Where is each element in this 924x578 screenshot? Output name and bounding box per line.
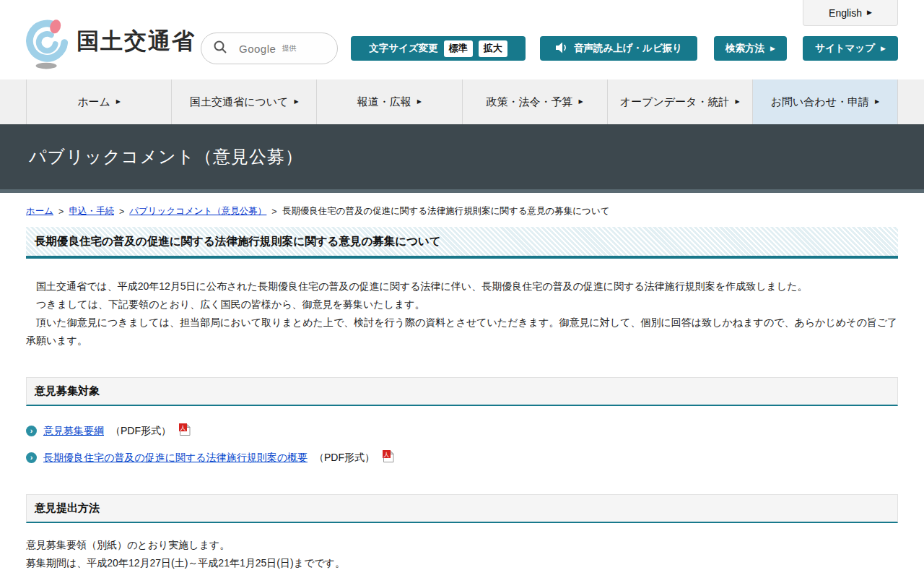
nav-item-label: お問い合わせ・申請 — [771, 95, 869, 109]
pdf-link-gaiyo[interactable]: 長期優良住宅の普及の促進に関する法律施行規則案の概要 — [43, 452, 308, 465]
font-size-standard-button[interactable]: 標準 — [444, 40, 473, 57]
article-heading: 長期優良住宅の普及の促進に関する法律施行規則案に関する意見の募集について — [26, 227, 898, 259]
tts-button[interactable]: 音声読み上げ・ルビ振り — [540, 36, 697, 61]
breadcrumb-link-procedures[interactable]: 申込・手続 — [69, 205, 114, 217]
list-item: › 長期優良住宅の普及の促進に関する法律施行規則案の概要 （PDF形式） 人 — [26, 450, 898, 465]
nav-item-contact[interactable]: お問い合わせ・申請 ▶ — [752, 79, 898, 124]
arrow-right-icon: ▶ — [579, 99, 583, 105]
font-size-label: 文字サイズ変更 — [369, 42, 437, 55]
breadcrumb-separator: > — [271, 207, 276, 217]
nav-item-policy[interactable]: 政策・法令・予算 ▶ — [462, 79, 607, 124]
article-paragraph: 国土交通省では、平成20年12月5日に公布された長期優良住宅の普及の促進に関する… — [26, 277, 898, 296]
svg-text:人: 人 — [180, 425, 186, 431]
english-button-label: English — [829, 7, 862, 19]
page-title-band: パブリックコメント（意見公募） — [0, 124, 924, 193]
section-heading-method: 意見提出方法 — [26, 494, 898, 523]
chevron-right-icon: › — [26, 426, 37, 436]
page-title: パブリックコメント（意見公募） — [29, 145, 303, 168]
breadcrumb-link-home[interactable]: ホーム — [26, 205, 53, 217]
arrow-right-icon: ▶ — [294, 99, 298, 105]
arrow-right-icon: ▶ — [875, 99, 879, 105]
mlit-logo[interactable]: 国土交通省 — [26, 17, 196, 74]
pdf-icon: 人 — [179, 423, 191, 439]
pdf-icon: 人 — [383, 450, 394, 465]
site-header: English ▶ 国土交通省 Google 提供 文字サイズ変更 標準 拡大 — [0, 0, 924, 79]
site-name: 国土交通省 — [77, 26, 196, 56]
pdf-format-label: （PDF形式） — [110, 425, 171, 438]
document-link-list: › 意見募集要綱 （PDF形式） 人 › 長期優良住宅の普及の促進に関する法律施… — [26, 423, 898, 465]
global-nav: ホーム ▶ 国土交通省について ▶ 報道・広報 ▶ 政策・法令・予算 ▶ オープ… — [0, 79, 924, 124]
nav-item-label: オープンデータ・統計 — [620, 95, 730, 109]
arrow-right-icon: ▶ — [770, 46, 775, 52]
search-provider-label: Google — [239, 43, 276, 55]
list-item: › 意見募集要綱 （PDF形式） 人 — [26, 423, 898, 439]
font-size-enlarge-button[interactable]: 拡大 — [479, 40, 507, 57]
nav-item-label: 国土交通省について — [190, 95, 288, 109]
search-provided-by-label: 提供 — [282, 43, 296, 53]
arrow-right-icon: ▶ — [736, 99, 740, 105]
sitemap-label: サイトマップ — [815, 42, 875, 55]
section-line: 意見募集要領（別紙）のとおり実施します。 — [26, 536, 898, 554]
article-body: 国土交通省では、平成20年12月5日に公布された長期優良住宅の普及の促進に関する… — [26, 277, 898, 350]
breadcrumb-separator: > — [119, 207, 124, 217]
arrow-right-icon: ▶ — [867, 9, 872, 16]
nav-item-label: 報道・広報 — [357, 95, 411, 109]
nav-item-home[interactable]: ホーム ▶ — [26, 79, 171, 124]
pdf-format-label: （PDF形式） — [314, 452, 375, 465]
breadcrumb: ホーム > 申込・手続 > パブリックコメント（意見公募） > 長期優良住宅の普… — [26, 205, 898, 217]
arrow-right-icon: ▶ — [417, 99, 422, 105]
breadcrumb-current: 長期優良住宅の普及の促進に関する法律施行規則案に関する意見の募集について — [282, 205, 610, 217]
arrow-right-icon: ▶ — [116, 99, 121, 105]
section-body: 意見募集要領（別紙）のとおり実施します。 募集期間は、平成20年12月27日(土… — [26, 536, 898, 572]
search-method-button[interactable]: 検索方法 ▶ — [714, 36, 787, 61]
nav-item-press[interactable]: 報道・広報 ▶ — [316, 79, 461, 124]
pdf-link-yoko[interactable]: 意見募集要綱 — [43, 425, 104, 438]
arrow-right-icon: ▶ — [881, 46, 886, 52]
tts-button-label: 音声読み上げ・ルビ振り — [574, 42, 682, 55]
nav-item-label: 政策・法令・予算 — [487, 95, 573, 109]
article-paragraph: つきましては、下記要領のとおり、広く国民の皆様から、御意見を募集いたします。 — [26, 296, 898, 314]
nav-item-opendata[interactable]: オープンデータ・統計 ▶ — [607, 79, 752, 124]
search-method-label: 検索方法 — [725, 42, 764, 55]
chevron-right-icon: › — [26, 452, 37, 463]
search-input[interactable]: Google 提供 — [201, 33, 338, 64]
breadcrumb-link-public-comment[interactable]: パブリックコメント（意見公募） — [129, 205, 266, 217]
search-icon — [213, 40, 227, 57]
svg-text:人: 人 — [383, 452, 389, 458]
mlit-logo-icon — [26, 17, 71, 74]
section-line: 募集期間は、平成20年12月27日(土)～平成21年1月25日(日)までです。 — [26, 554, 898, 572]
nav-item-about[interactable]: 国土交通省について ▶ — [171, 79, 316, 124]
speaker-icon — [555, 42, 568, 56]
nav-item-label: ホーム — [77, 95, 110, 109]
section-heading-target: 意見募集対象 — [26, 377, 898, 406]
english-button[interactable]: English ▶ — [803, 0, 898, 26]
sitemap-button[interactable]: サイトマップ ▶ — [803, 36, 898, 61]
article-paragraph: 頂いた御意見につきましては、担当部局において取りまとめた上で、検討を行う際の資料… — [26, 314, 898, 350]
font-size-button: 文字サイズ変更 標準 拡大 — [351, 36, 526, 61]
breadcrumb-separator: > — [58, 207, 64, 217]
